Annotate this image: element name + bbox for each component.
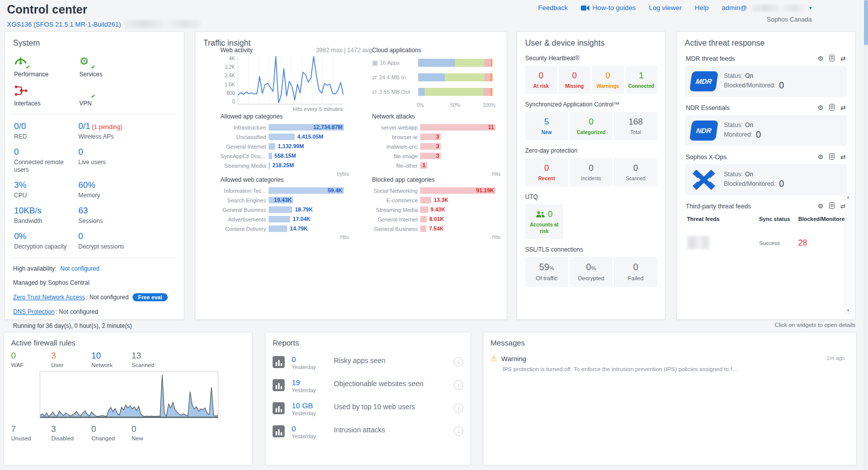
insight-value: 0 <box>526 71 556 81</box>
feed-name: NDR Essentials <box>686 104 730 111</box>
firewall-stat[interactable]: 0WAF <box>11 351 51 368</box>
feed-info: Status:OnMonitored:0 <box>724 121 761 141</box>
bar-row: file-image3 <box>372 152 501 160</box>
gear-icon[interactable]: ⚙ <box>817 104 823 111</box>
open-report-icon[interactable]: ↓ <box>454 426 463 436</box>
firewall-stat-label: WAF <box>11 362 51 368</box>
gear-icon[interactable]: ⚙ <box>817 154 823 160</box>
insight-cell[interactable]: 0Scanned <box>614 158 657 186</box>
insight-cell[interactable]: 0Missing <box>559 66 591 94</box>
system-stat[interactable]: 0%Decryption capacity <box>14 231 78 251</box>
system-stat[interactable]: 10KB/sBandwidth <box>14 206 78 225</box>
transfer-icon: ⇄ <box>372 74 377 81</box>
allowed-web-categories-chart[interactable]: Allowed web categoriesInformation Tec...… <box>220 176 366 240</box>
firewall-stat[interactable]: 10Network <box>91 351 132 368</box>
log-viewer-link[interactable]: Log viewer <box>649 4 681 12</box>
firewall-stat[interactable]: 7Unused <box>11 424 51 441</box>
log-file-icon[interactable] <box>829 153 834 161</box>
sync-icon[interactable]: ⇄ <box>840 104 846 111</box>
insight-cell[interactable]: 0Incidents <box>570 158 613 186</box>
firewall-stat[interactable]: 3Disabled <box>51 424 91 441</box>
report-row[interactable]: 0YesterdayRisky apps seen↓ <box>273 355 463 370</box>
firewall-stat[interactable]: 3User <box>51 351 91 368</box>
scroll-down-icon[interactable]: ▼ <box>845 308 851 313</box>
system-stat[interactable]: 0/0RED <box>14 122 78 141</box>
stat-label: Wireless APs <box>78 133 134 141</box>
help-link[interactable]: Help <box>695 4 709 12</box>
blocked-app-categories-chart[interactable]: Blocked app categoriesSocial Networking9… <box>372 176 501 240</box>
insight-cell[interactable]: 0At risk <box>525 66 557 94</box>
ssl-tls-cells: 59%Of traffic0%Decrypted0Failed <box>525 257 657 287</box>
network-attacks-chart[interactable]: Network attacksserver-webapp11browser-ie… <box>372 113 501 177</box>
interfaces-status[interactable]: Interfaces <box>14 85 79 107</box>
feed-status-box[interactable]: MDRStatus:OnBlocked/Monitored:0 <box>685 66 847 97</box>
system-stat[interactable]: 0Live users <box>78 147 176 174</box>
firewall-stat[interactable]: 0New <box>132 424 172 441</box>
dns-protection-link[interactable]: DNS Protection <box>13 308 55 315</box>
insight-cell[interactable]: 0Recent <box>525 158 568 186</box>
open-report-icon[interactable]: ↓ <box>454 380 463 390</box>
page-scrollbar[interactable] <box>864 0 868 470</box>
feedback-link[interactable]: Feedback <box>538 4 568 12</box>
ssl-cell[interactable]: 0Failed <box>614 257 657 287</box>
log-file-icon[interactable] <box>829 202 834 210</box>
scroll-up-icon[interactable]: ▲ <box>845 195 851 199</box>
bar-chart-icon <box>273 425 285 437</box>
ssl-cell[interactable]: 59%Of traffic <box>525 257 568 287</box>
ha-not-configured-link[interactable]: Not configured <box>60 265 99 272</box>
report-value-block: 19Yesterday <box>292 378 334 393</box>
gear-icon[interactable]: ⚙ <box>817 203 823 209</box>
cloud-applications-chart[interactable]: Cloud applications ▦16 Apps⇄24.4 MB In⇄3… <box>372 47 501 109</box>
log-file-icon[interactable] <box>829 55 834 62</box>
report-row[interactable]: 19YesterdayObjectionable websites seen↓ <box>273 378 463 393</box>
insight-cell[interactable]: 168Total <box>614 112 657 140</box>
insight-cell[interactable]: 5New <box>525 112 568 140</box>
feed-status-box[interactable]: Status:OnBlocked/Monitored:0 <box>685 164 847 195</box>
feed-status-box[interactable]: NDRStatus:OnMonitored:0 <box>685 115 847 146</box>
system-stat[interactable]: 63Sessions <box>78 206 176 225</box>
system-stat[interactable]: 60%Memory <box>78 180 176 199</box>
users-icon <box>536 211 545 218</box>
services-status[interactable]: ⚙ ✔ Services <box>79 56 145 78</box>
gear-icon[interactable]: ⚙ <box>817 55 823 62</box>
bar <box>420 197 431 203</box>
system-stat[interactable]: 0/1 (1 pending)Wireless APs <box>78 122 176 141</box>
insight-cell[interactable]: 0Warnings <box>592 66 624 94</box>
firewall-stat[interactable]: 0Changed <box>91 424 132 441</box>
howto-guides-link[interactable]: How-to guides <box>581 4 636 12</box>
atr-scrollbar[interactable]: ▲ ▼ <box>845 193 851 314</box>
report-row[interactable]: 0YesterdayIntrusion attacks↓ <box>273 424 463 439</box>
vpn-status[interactable]: ✔ VPN <box>79 85 145 107</box>
feed-metric-row: Blocked/Monitored:0 <box>724 179 784 189</box>
open-report-icon[interactable]: ↓ <box>454 403 463 413</box>
message-item[interactable]: ⚠ Warning 1m ago IPS protection is turne… <box>490 354 849 372</box>
web-activity-chart[interactable]: Web activity 3982 max | 1472 avg 4K3.2K2… <box>220 47 372 112</box>
open-report-icon[interactable]: ↓ <box>454 357 463 367</box>
insight-cell[interactable]: 1Connected <box>626 66 658 94</box>
bar-label: Unclassified <box>220 134 269 140</box>
allowed-app-categories-chart[interactable]: Allowed app categoriesInfrastructure12,7… <box>220 113 366 177</box>
report-row[interactable]: 10 GBYesterdayUsed by top 10 web users↓ <box>273 401 463 416</box>
firewall-stat[interactable]: 13Scanned <box>132 351 172 368</box>
free-eval-badge[interactable]: Free eval <box>133 293 168 301</box>
sync-icon[interactable]: ⇄ <box>840 154 846 160</box>
sync-icon[interactable]: ⇄ <box>840 55 846 62</box>
ztna-link[interactable]: Zero Trust Network Access <box>13 294 85 301</box>
page-scrollbar-thumb[interactable] <box>864 0 868 45</box>
insight-cell[interactable]: 0Categorized <box>570 112 613 140</box>
account-menu[interactable]: admin@▾ <box>721 4 812 12</box>
ssl-cell[interactable]: 0%Decrypted <box>570 257 613 287</box>
performance-status[interactable]: ✔ Performance <box>14 56 79 78</box>
report-label: Intrusion attacks <box>334 426 454 434</box>
table-row[interactable]: Success 28 <box>685 236 847 250</box>
insight-value: 0 <box>593 71 623 81</box>
sync-status-value: Success <box>759 240 798 246</box>
log-file-icon[interactable] <box>829 104 834 111</box>
utq-cell[interactable]: 0 Accounts at risk <box>525 204 563 239</box>
system-stat[interactable]: 0Decrypt sessions <box>78 231 176 251</box>
system-stat[interactable]: 0Connected remote users <box>14 147 78 174</box>
cloud-app-label: ⇄3.55 MB Out <box>372 88 418 95</box>
system-stat[interactable]: 3%CPU <box>14 180 78 199</box>
device-link[interactable]: XGS136 (SFOS 21.5.1 MR-1-Build261) <box>7 21 121 28</box>
report-value-block: 0Yesterday <box>292 424 334 439</box>
